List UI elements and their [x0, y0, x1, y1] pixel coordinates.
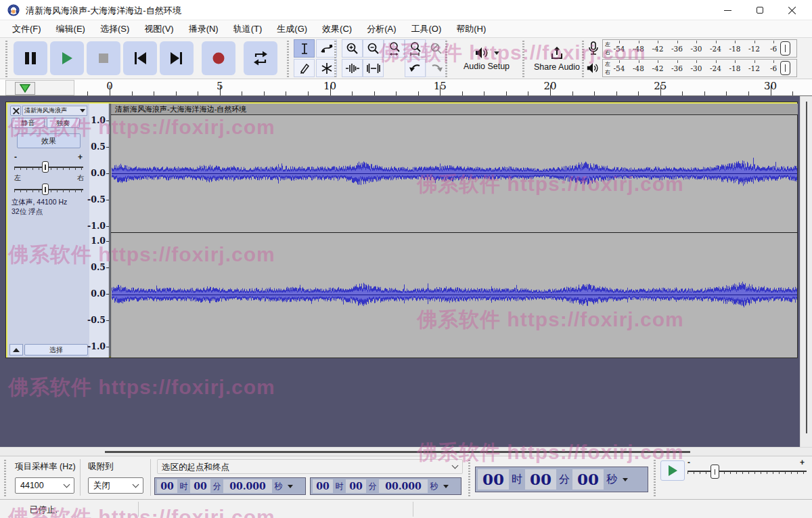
selection-tool-button[interactable]: [294, 39, 315, 58]
zoom-toggle-icon: [430, 42, 443, 56]
stop-button[interactable]: [87, 41, 120, 75]
title-bar: 清新海风海浪声-大海海洋海边-自然环境: [0, 0, 812, 20]
sel-end-hours-unit: 时: [334, 479, 345, 493]
track-control-panel: 清新海风海浪声 静音 独奏 效果 - + 左 右 立体声, 44100 Hz 3…: [7, 104, 89, 358]
playback-meter[interactable]: 左 右 -54-48-42-36-30-24-18-12-6: [602, 59, 797, 77]
zoom-selection-icon: [388, 41, 401, 56]
share-audio-button[interactable]: Share Audio: [528, 39, 586, 78]
multi-tool-icon: [321, 62, 333, 74]
sel-end-format-arrow[interactable]: [441, 479, 449, 494]
sel-start-seconds[interactable]: 00.000: [223, 479, 272, 493]
sel-start-minutes[interactable]: 00: [190, 479, 210, 493]
play-at-speed-button[interactable]: [660, 460, 685, 481]
recording-meter[interactable]: 左 右 -54-48-42-36-30-24-18-12-6: [602, 39, 797, 58]
record-meter-slider[interactable]: [780, 41, 790, 56]
zoom-toggle-button[interactable]: [426, 39, 447, 58]
selection-end-field[interactable]: 00 时 00 分 00.000 秒: [310, 477, 461, 495]
edit-toolbar-grip[interactable]: [334, 39, 336, 77]
meter-toolbar-grip[interactable]: [582, 39, 584, 77]
minimize-button[interactable]: [712, 0, 743, 20]
project-rate-combo[interactable]: 44100: [15, 477, 74, 494]
menu-tools[interactable]: 工具(O): [404, 21, 448, 37]
sel-end-seconds[interactable]: 00.000: [379, 479, 428, 493]
record-meter-mic-icon[interactable]: [587, 41, 600, 57]
menu-file[interactable]: 文件(F): [5, 21, 48, 37]
gain-slider-ticks: [14, 167, 83, 170]
selection-chevron-icon: [452, 462, 459, 469]
position-minutes[interactable]: 00: [525, 469, 556, 490]
zoom-fit-button[interactable]: [405, 39, 426, 58]
sel-start-hours[interactable]: 00: [157, 479, 177, 493]
speed-minus-label: -: [687, 458, 690, 467]
solo-button[interactable]: 独奏: [47, 118, 80, 128]
audio-setup-toolbar-grip[interactable]: [445, 39, 447, 77]
sel-end-hours[interactable]: 00: [313, 479, 333, 493]
position-format-arrow[interactable]: [620, 472, 629, 487]
transport-toolbar-grip[interactable]: [5, 39, 7, 77]
speed-slider[interactable]: [710, 465, 719, 479]
vertical-ruler[interactable]: 1.00.50.0-0.5-1.01.00.50.0-0.5-1.0: [89, 104, 110, 358]
skip-to-end-button[interactable]: [160, 41, 194, 75]
draw-tool-button[interactable]: [294, 59, 315, 77]
audio-position-field[interactable]: 00 时 00 分 00 秒: [475, 467, 648, 492]
close-button[interactable]: [777, 0, 808, 20]
gain-slider[interactable]: [42, 161, 49, 173]
track-collapse-button[interactable]: [9, 344, 23, 355]
field-arrow-icon: [288, 485, 293, 488]
redo-button[interactable]: [426, 59, 447, 77]
vertical-scrollbar[interactable]: [800, 96, 812, 447]
menu-help[interactable]: 帮助(H): [449, 21, 493, 37]
maximize-button[interactable]: [744, 0, 775, 20]
menu-transport[interactable]: 播录(N): [182, 21, 225, 37]
menu-view[interactable]: 视图(V): [137, 21, 180, 37]
track-name-dropdown[interactable]: 清新海风海浪声: [22, 106, 87, 116]
audio-setup-button[interactable]: Audio Setup: [452, 39, 521, 78]
tools-toolbar-grip[interactable]: [287, 39, 289, 77]
vertical-scrollbar-thumb[interactable]: [806, 102, 807, 433]
clip-title-bar[interactable]: 清新海风海浪声-大海海洋海边-自然环境: [111, 104, 798, 115]
position-seconds[interactable]: 00: [572, 469, 604, 490]
track-select-button[interactable]: 选择: [24, 344, 88, 355]
trim-audio-button[interactable]: [342, 59, 363, 77]
selection-start-field[interactable]: 00 时 00 分 00.000 秒: [154, 477, 306, 495]
timeline-ruler[interactable]: 051015202530: [0, 79, 812, 96]
snap-combo[interactable]: 关闭: [88, 477, 143, 494]
effects-button[interactable]: 效果: [17, 133, 81, 148]
pause-button[interactable]: [14, 41, 47, 75]
selection-mode-dropdown[interactable]: 选区的起点和终点: [157, 459, 463, 474]
menu-analyze[interactable]: 分析(A): [360, 21, 403, 37]
audacity-window: 清新海风海浪声-大海海洋海边-自然环境 文件(F) 编辑(E) 选择(S) 视图…: [0, 0, 812, 518]
zoom-selection-button[interactable]: [384, 39, 405, 58]
record-button[interactable]: [202, 41, 235, 75]
horizontal-scrollbar[interactable]: [0, 447, 812, 456]
sel-start-format-arrow[interactable]: [285, 479, 294, 494]
silence-audio-button[interactable]: [363, 59, 384, 77]
audio-clip[interactable]: 清新海风海浪声-大海海洋海边-自然环境: [110, 104, 797, 358]
loop-button[interactable]: [244, 41, 277, 75]
waveform-channel-right[interactable]: [112, 233, 797, 356]
menu-edit[interactable]: 编辑(E): [49, 21, 92, 37]
menu-generate[interactable]: 生成(G): [270, 21, 314, 37]
menu-select[interactable]: 选择(S): [93, 21, 136, 37]
time-toolbar-grip[interactable]: [468, 458, 470, 496]
play-meter-slider[interactable]: [780, 61, 790, 75]
waveform-channel-left[interactable]: [112, 115, 797, 232]
pan-slider[interactable]: [42, 184, 49, 195]
zoom-in-button[interactable]: [342, 39, 363, 58]
sel-end-minutes[interactable]: 00: [346, 479, 366, 493]
skip-to-start-button[interactable]: [123, 41, 157, 75]
menu-tracks[interactable]: 轨道(T): [227, 21, 269, 37]
selection-toolbar-grip[interactable]: [4, 458, 6, 496]
mute-button[interactable]: 静音: [12, 118, 45, 128]
undo-button[interactable]: [405, 59, 426, 77]
speed-toolbar-grip[interactable]: [654, 458, 656, 496]
position-hours[interactable]: 00: [478, 469, 509, 490]
playback-meter-speaker-icon[interactable]: [586, 62, 600, 74]
play-button[interactable]: [50, 41, 84, 75]
horizontal-scrollbar-thumb[interactable]: [105, 451, 690, 453]
share-toolbar-grip[interactable]: [522, 39, 524, 77]
zoom-out-button[interactable]: [363, 39, 384, 58]
audacity-logo-icon: [7, 3, 20, 17]
track-close-button[interactable]: [10, 106, 21, 116]
menu-effect[interactable]: 效果(C): [315, 21, 359, 37]
